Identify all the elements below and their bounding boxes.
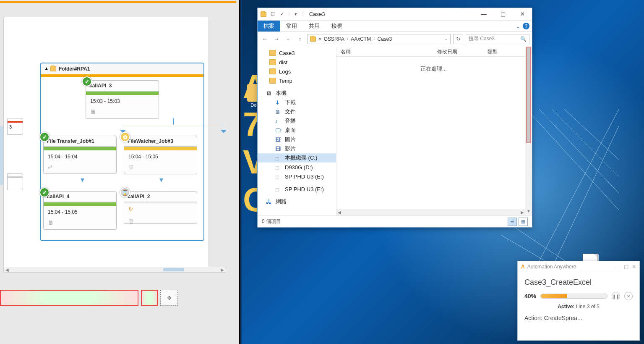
ribbon-tab-home[interactable]: 常用 [280, 21, 303, 32]
document-icon [128, 219, 134, 225]
minimize-button[interactable]: — [615, 264, 621, 270]
scroll-left-icon[interactable]: ◀ [4, 268, 10, 272]
workflow-panel: 3 Folder#RPA1 ✓ callAPI_3 15:03 - 15:03 [0, 0, 240, 344]
progress-fill [541, 294, 567, 298]
up-button[interactable]: ↑ [295, 34, 305, 44]
qat-dropdown-icon[interactable]: ▾ [292, 10, 300, 18]
horizontal-scrollbar[interactable]: ◀ ▶ [3, 267, 226, 273]
thumbnail-selected[interactable] [141, 290, 158, 306]
col-date[interactable]: 修改日期 [433, 47, 483, 56]
job-title: File Transfer_Job#1 [47, 138, 94, 144]
arrow-connector [159, 175, 163, 184]
job-card-callapi4[interactable]: ✓ callAPI_4 15:04 - 15:05 [43, 191, 117, 230]
close-button[interactable]: ✕ [513, 8, 532, 21]
job-card-callapi2[interactable]: ⌛ callAPI_2 [124, 191, 197, 224]
nav-item-downloads[interactable]: 下載 [258, 98, 336, 107]
chevron-up-icon[interactable] [45, 66, 48, 72]
search-input[interactable]: 搜尋 Case3 🔍 [466, 34, 529, 44]
large-icons-view-button[interactable]: ▦ [519, 218, 528, 226]
nav-item-case3[interactable]: Case3 [258, 48, 336, 58]
ribbon-expand-icon[interactable]: ⌄ [516, 23, 520, 29]
help-icon[interactable]: ? [523, 23, 529, 29]
back-button[interactable]: ← [260, 34, 269, 44]
music-icon [275, 118, 282, 124]
job-card-cut-grey[interactable] [7, 173, 23, 190]
scroll-down-icon[interactable]: ▼ [525, 209, 532, 215]
scroll-thumb[interactable] [163, 268, 184, 271]
nav-item-desktop[interactable]: 桌面 [258, 126, 336, 135]
file-explorer-window[interactable]: ☐ ✓ | ▾ | Case3 — ▢ ✕ 檔案 常用 共用 檢視 ⌄ ? ← … [257, 8, 532, 228]
panel-collapse-handle[interactable] [0, 126, 3, 185]
diagram-canvas[interactable]: 3 Folder#RPA1 ✓ callAPI_3 15:03 - 15:03 [3, 17, 209, 269]
close-button[interactable]: ✕ [632, 264, 636, 270]
recent-locations-button[interactable]: ⌄ [284, 34, 293, 44]
drive-icon [275, 173, 282, 179]
nav-item-drive-e2[interactable]: SP PHD U3 (E:) [258, 184, 336, 194]
nav-item-dist[interactable]: dist [258, 58, 336, 67]
ribbon-tab-file[interactable]: 檔案 [258, 21, 280, 32]
job-card-filewatcher[interactable]: ✿ FileWatcher_Job#3 15:04 - 15:05 [124, 136, 197, 174]
vertical-scrollbar[interactable]: ▼ [525, 47, 532, 215]
aa-logo-icon: A [521, 264, 525, 270]
folder-icon [310, 37, 316, 42]
job-card-callapi3[interactable]: ✓ callAPI_3 15:03 - 15:03 [86, 80, 159, 119]
drive-icon [275, 186, 282, 192]
details-view-button[interactable]: ☰ [508, 218, 517, 226]
aa-action-text: Action: CreateSprea... [524, 315, 633, 321]
navigation-pane[interactable]: Case3 dist Logs Temp 本機 下載 文件 音樂 桌面 圖片 影… [258, 47, 336, 215]
path-dropdown-icon[interactable]: ⌄ [444, 37, 448, 41]
titlebar[interactable]: ☐ ✓ | ▾ | Case3 — ▢ ✕ [258, 8, 532, 21]
nav-item-documents[interactable]: 文件 [258, 107, 336, 116]
nav-item-drive-d[interactable]: D930G (D:) [258, 163, 336, 172]
minimize-button[interactable]: — [474, 8, 493, 21]
file-list[interactable]: 名稱 修改日期 類型 正在處理... ▼ ◀▶ [336, 47, 532, 215]
automation-anywhere-dialog[interactable]: A Automation Anywhere — ▢ ✕ Case3_Create… [517, 261, 640, 341]
folder-header[interactable]: Folder#RPA1 [41, 63, 203, 75]
scroll-right-icon[interactable]: ▶ [219, 268, 226, 272]
job-title: callAPI_3 [89, 83, 112, 89]
nav-item-pictures[interactable]: 圖片 [258, 135, 336, 144]
loading-text: 正在處理... [420, 65, 447, 73]
job-card-cut[interactable]: 3 [7, 118, 23, 135]
thumbnail-overview[interactable] [0, 290, 138, 306]
nav-item-thispc[interactable]: 本機 [258, 89, 336, 98]
folder-group[interactable]: Folder#RPA1 ✓ callAPI_3 15:03 - 15:03 [40, 63, 204, 241]
thumbnail-move-handle[interactable]: ✥ [160, 290, 178, 306]
search-icon: 🔍 [520, 36, 527, 42]
col-type[interactable]: 類型 [483, 47, 513, 56]
thumbnail-strip: ✥ [0, 289, 178, 306]
properties-icon[interactable]: ☐ [269, 10, 277, 18]
path-segment[interactable]: Case3 [378, 36, 392, 42]
document-icon [90, 109, 96, 115]
ribbon-tab-share[interactable]: 共用 [303, 21, 326, 32]
nav-item-logs[interactable]: Logs [258, 67, 336, 76]
drive-icon [275, 155, 282, 161]
nav-item-temp[interactable]: Temp [258, 76, 336, 85]
refresh-button[interactable]: ↻ [453, 34, 463, 44]
forward-button[interactable]: → [272, 34, 281, 44]
col-name[interactable]: 名稱 [336, 47, 433, 56]
nav-item-videos[interactable]: 影片 [258, 144, 336, 153]
maximize-button[interactable]: ▢ [624, 264, 628, 270]
pause-button[interactable]: ❚❚ [612, 292, 620, 300]
job-card-filetransfer[interactable]: ✓ File Transfer_Job#1 15:04 - 15:04 [43, 136, 117, 174]
new-folder-icon[interactable]: ✓ [278, 10, 286, 18]
column-headers: 名稱 修改日期 類型 [336, 47, 532, 57]
scroll-thumb[interactable] [526, 47, 531, 143]
nav-item-drive-e1[interactable]: SP PHD U3 (E:) [258, 172, 336, 181]
nav-item-network[interactable]: 網路 [258, 197, 336, 206]
status-gear-icon: ✿ [120, 132, 130, 142]
horizontal-scrollbar[interactable]: ◀▶ [336, 209, 525, 215]
aa-titlebar[interactable]: A Automation Anywhere — ▢ ✕ [518, 261, 639, 272]
path-segment[interactable]: « [318, 36, 321, 42]
nav-item-music[interactable]: 音樂 [258, 116, 336, 126]
status-ok-icon: ✓ [39, 132, 50, 142]
stop-button[interactable]: ✕ [624, 292, 633, 300]
path-segment[interactable]: AAxCTM [351, 36, 371, 42]
path-segment[interactable]: GSSRPA [324, 36, 344, 42]
ribbon-tab-view[interactable]: 檢視 [326, 21, 348, 32]
address-bar-row: ← → ⌄ ↑ « GSSRPA› AAxCTM› Case3 ⌄ ↻ 搜尋 C… [258, 32, 532, 46]
nav-item-drive-c[interactable]: 本機磁碟 (C:) [258, 153, 336, 163]
maximize-button[interactable]: ▢ [493, 8, 513, 21]
address-bar[interactable]: « GSSRPA› AAxCTM› Case3 ⌄ [307, 34, 451, 44]
